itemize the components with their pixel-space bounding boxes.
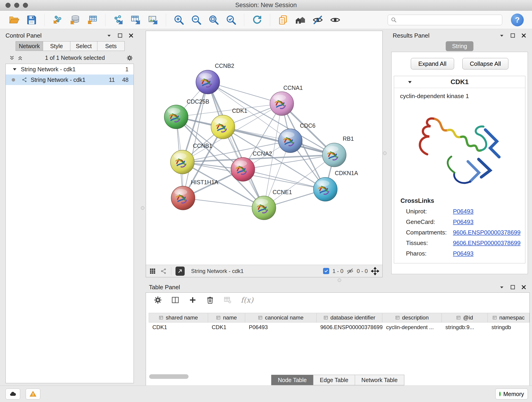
network-collection-row[interactable]: String Network - cdk1 1 bbox=[6, 64, 133, 75]
column-header-name[interactable]: name bbox=[208, 313, 245, 322]
zoom-in-button[interactable] bbox=[172, 13, 186, 27]
network-node-CCNA1[interactable]: CCNA1 bbox=[270, 85, 303, 115]
uniprot-link[interactable]: P06493 bbox=[453, 208, 474, 215]
help-button[interactable]: ? bbox=[511, 13, 524, 26]
show-all-button[interactable] bbox=[328, 13, 342, 27]
collapse-all-button[interactable]: Collapse All bbox=[462, 58, 509, 70]
cell-database-identifier[interactable]: 9606.ENSP00000378699 bbox=[317, 322, 382, 332]
tab-string[interactable]: String bbox=[446, 41, 473, 51]
zoom-window-button[interactable] bbox=[23, 3, 28, 8]
tissues-link[interactable]: 9606.ENSP00000378699 bbox=[453, 240, 520, 247]
right-splitter-handle[interactable] bbox=[383, 152, 386, 155]
pan-move-icon[interactable] bbox=[371, 267, 379, 275]
collapse-section-triangle-icon[interactable] bbox=[407, 79, 413, 85]
search-input[interactable] bbox=[399, 17, 499, 23]
float-panel-icon[interactable] bbox=[106, 33, 112, 38]
cloud-status-button[interactable] bbox=[6, 389, 20, 400]
column-header-canonical-name[interactable]: canonical name bbox=[245, 313, 317, 322]
zoom-out-button[interactable] bbox=[189, 13, 204, 27]
create-column-plus-icon[interactable] bbox=[189, 296, 197, 304]
tab-node-table[interactable]: Node Table bbox=[271, 375, 313, 385]
column-header-description[interactable]: description bbox=[382, 313, 442, 322]
network-node-CCNB2[interactable]: CCNB2 bbox=[196, 63, 234, 94]
float-panel-icon[interactable] bbox=[499, 33, 505, 38]
column-header-id[interactable]: @id bbox=[442, 313, 488, 322]
memory-button[interactable]: Memory bbox=[495, 389, 528, 400]
network-node-CDKN1A[interactable]: CDKN1A bbox=[313, 170, 358, 201]
function-builder-fx-icon[interactable]: f(x) bbox=[241, 296, 253, 304]
network-options-gear-icon[interactable] bbox=[127, 55, 133, 61]
tab-select[interactable]: Select bbox=[70, 41, 98, 51]
table-row[interactable]: CDK1 CDK1 P06493 9606.ENSP00000378699 cy… bbox=[149, 322, 530, 332]
houses-button[interactable] bbox=[293, 13, 308, 27]
bottom-splitter-handle[interactable] bbox=[338, 279, 341, 282]
eye-icon bbox=[330, 14, 341, 26]
import-table-from-file-button[interactable] bbox=[85, 13, 100, 27]
hidden-items-eye-slash-icon[interactable] bbox=[347, 268, 354, 274]
collapse-all-networks-icon[interactable] bbox=[17, 55, 23, 61]
network-node-CDK1[interactable]: CDK1 bbox=[211, 108, 247, 139]
cell-namespace[interactable]: stringdb bbox=[488, 322, 530, 332]
open-session-button[interactable] bbox=[7, 13, 22, 27]
genecard-link[interactable]: P06493 bbox=[453, 218, 474, 225]
minimize-window-button[interactable] bbox=[14, 3, 19, 8]
cell-description[interactable]: cyclin-dependent ... bbox=[382, 322, 442, 332]
delete-table-icon[interactable] bbox=[223, 296, 232, 304]
maximize-panel-icon[interactable] bbox=[510, 33, 515, 38]
cell-id[interactable]: stringdb:9... bbox=[442, 322, 488, 332]
column-header-namespace[interactable]: namespac bbox=[488, 313, 530, 322]
node-label-CDC6: CDC6 bbox=[300, 122, 316, 129]
network-row[interactable]: String Network - cdk1 11 48 bbox=[6, 75, 133, 85]
copy-documents-button[interactable] bbox=[276, 13, 290, 27]
save-session-button[interactable] bbox=[24, 13, 39, 27]
network-node-RB1[interactable]: RB1 bbox=[322, 135, 354, 167]
apply-layout-button[interactable] bbox=[250, 13, 264, 27]
import-network-from-file-button[interactable] bbox=[50, 13, 65, 27]
export-table-button[interactable] bbox=[128, 13, 143, 27]
expand-all-button[interactable]: Expand All bbox=[411, 58, 454, 70]
tab-network-table[interactable]: Network Table bbox=[355, 375, 404, 385]
pharos-link[interactable]: P06493 bbox=[453, 250, 474, 257]
maximize-panel-icon[interactable] bbox=[117, 33, 123, 38]
warnings-button[interactable] bbox=[26, 389, 40, 400]
close-panel-icon[interactable] bbox=[128, 33, 134, 38]
network-node-HIST1H1A[interactable]: HIST1H1A bbox=[171, 179, 218, 210]
import-network-from-database-button[interactable] bbox=[68, 13, 82, 27]
expand-all-networks-icon[interactable] bbox=[9, 55, 15, 61]
column-type-icon bbox=[216, 315, 221, 320]
scrollbar-thumb[interactable] bbox=[149, 374, 189, 379]
cell-canonical-name[interactable]: P06493 bbox=[245, 322, 317, 332]
table-options-gear-icon[interactable] bbox=[154, 296, 162, 304]
zoom-fit-button[interactable] bbox=[206, 13, 221, 27]
tab-style[interactable]: Style bbox=[43, 41, 70, 51]
grid-view-icon[interactable] bbox=[149, 268, 156, 274]
share-view-icon[interactable] bbox=[160, 268, 167, 274]
network-canvas[interactable]: CCNB2CCNA1CDC25BCDK1CDC6RB1CCNB1CCNA2CDK… bbox=[146, 31, 382, 265]
column-header-shared-name[interactable]: shared name bbox=[149, 313, 208, 322]
export-network-button[interactable] bbox=[111, 13, 126, 27]
close-panel-icon[interactable] bbox=[521, 33, 526, 38]
tab-network[interactable]: Network bbox=[16, 41, 43, 51]
search-box[interactable] bbox=[388, 15, 502, 25]
protein-card-header[interactable]: CDK1 bbox=[394, 76, 525, 88]
title-bar: Session: New Session bbox=[0, 0, 532, 11]
compartments-link[interactable]: 9606.ENSP00000378699 bbox=[453, 229, 520, 236]
tab-edge-table[interactable]: Edge Table bbox=[313, 375, 355, 385]
collapse-triangle-icon[interactable] bbox=[12, 66, 18, 72]
float-panel-icon[interactable] bbox=[499, 284, 505, 290]
show-columns-icon[interactable] bbox=[171, 296, 179, 304]
maximize-panel-icon[interactable] bbox=[510, 284, 515, 290]
cell-shared-name[interactable]: CDK1 bbox=[149, 322, 208, 332]
column-header-database-identifier[interactable]: database identifier bbox=[317, 313, 382, 322]
cell-name[interactable]: CDK1 bbox=[208, 322, 245, 332]
zoom-selected-button[interactable] bbox=[224, 13, 239, 27]
close-window-button[interactable] bbox=[6, 3, 11, 8]
hide-selected-button[interactable] bbox=[310, 13, 325, 27]
open-view-in-window-button[interactable] bbox=[176, 267, 185, 276]
export-image-button[interactable] bbox=[146, 13, 160, 27]
selected-items-checkbox-icon[interactable] bbox=[323, 268, 329, 274]
left-splitter-handle[interactable] bbox=[141, 206, 144, 210]
close-panel-icon[interactable] bbox=[521, 284, 526, 290]
tab-sets[interactable]: Sets bbox=[97, 41, 125, 51]
delete-column-trash-icon[interactable] bbox=[206, 296, 214, 304]
